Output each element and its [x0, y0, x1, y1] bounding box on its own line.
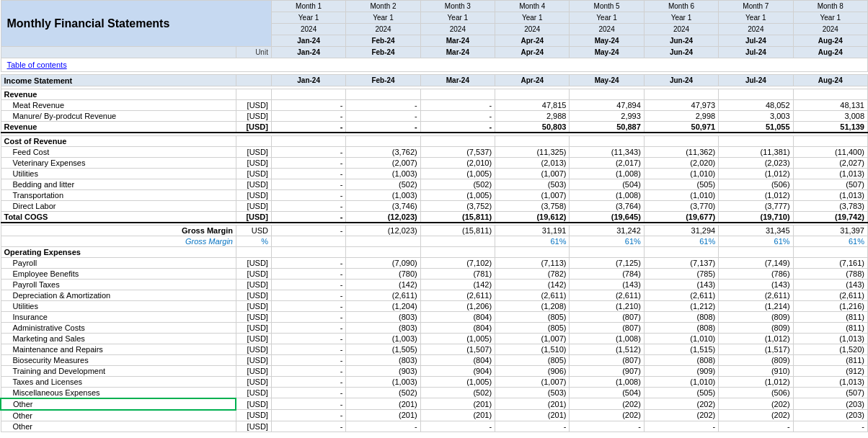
- opex-item-9: Biosecurity Measures [USD] - (803) (804)…: [1, 354, 868, 365]
- meat-revenue-unit: [USD]: [236, 100, 271, 111]
- opex-item-0: Payroll [USD] - (7,090) (7,102) (7,113) …: [1, 257, 868, 268]
- opex-item-4: Utilities [USD] - (1,204) (1,206) (1,208…: [1, 300, 868, 311]
- revenue-total-label: Revenue: [1, 122, 236, 133]
- cogs-item-1: Veterinary Expenses [USD] - (2,007) (2,0…: [1, 157, 868, 168]
- month-2-header: Month 2: [346, 1, 420, 12]
- opex-item-15: Other [USD] - - - - - - - -: [1, 421, 868, 432]
- month-8-header: Month 8: [793, 1, 867, 12]
- cogs-total-row: Total COGS [USD] - (12,023) (15,811) (19…: [1, 211, 868, 223]
- manure-revenue-label: Manure/ By-prodcut Revenue: [1, 111, 236, 122]
- meat-revenue-label: Meat Revenue: [1, 100, 236, 111]
- opex-item-5: Insurance [USD] - (803) (804) (805) (807…: [1, 311, 868, 322]
- opex-item-6: Administrative Costs [USD] - (803) (804)…: [1, 322, 868, 333]
- opex-section-label: Operating Expenses: [1, 246, 236, 257]
- opex-item-12: Miscellaneous Expenses [USD] - (502) (50…: [1, 387, 868, 398]
- month-1-year: Year 1: [271, 12, 345, 24]
- revenue-section-label: Revenue: [1, 89, 236, 100]
- revenue-item-0: Meat Revenue [USD] - - - 47,815 47,894 4…: [1, 100, 868, 111]
- opex-item-14: Other [USD] - (201) (201) (201) (202) (2…: [1, 410, 868, 421]
- month-6-header: Month 6: [644, 1, 718, 12]
- opex-item-3: Depreciation & Amortization [USD] - (2,6…: [1, 290, 868, 300]
- opex-item-8: Maintenance and Repairs [USD] - (1,505) …: [1, 344, 868, 354]
- gross-margin-pct-label: Gross Margin: [1, 236, 236, 246]
- month-7-header: Month 7: [719, 1, 793, 12]
- opex-item-13: Other [USD] - (201) (201) (201) (202) (2…: [1, 398, 868, 410]
- cogs-item-0: Feed Cost [USD] - (3,762) (7,537) (11,32…: [1, 146, 868, 157]
- opex-item-7: Marketing and Sales [USD] - (1,003) (1,0…: [1, 333, 868, 344]
- gross-margin-pct-unit: %: [236, 236, 271, 246]
- month-1-header: Month 1: [271, 1, 345, 12]
- opex-item-10: Training and Development [USD] - (903) (…: [1, 365, 868, 376]
- opex-item-1: Employee Benefits [USD] - (780) (781) (7…: [1, 268, 868, 279]
- report-title: Monthly Financial Statements: [1, 1, 271, 47]
- month-4-header: Month 4: [495, 1, 570, 12]
- month-5-header: Month 5: [570, 1, 644, 12]
- toc-link[interactable]: Table of contents: [7, 61, 67, 69]
- cogs-item-5: Direct Labor [USD] - (3,746) (3,752) (3,…: [1, 200, 868, 211]
- income-statement-label: Income Statement: [1, 75, 236, 86]
- gross-margin-label: Gross Margin: [1, 225, 236, 236]
- cogs-total-label: Total COGS: [1, 211, 236, 223]
- gross-margin-unit: USD: [236, 225, 271, 236]
- revenue-total-row: Revenue [USD] - - - 50,803 50,887 50,971…: [1, 122, 868, 133]
- opex-item-2: Payroll Taxes [USD] - (142) (142) (142) …: [1, 279, 868, 290]
- cogs-item-4: Transportation [USD] - (1,003) (1,005) (…: [1, 189, 868, 200]
- cogs-section-label: Cost of Revenue: [1, 135, 236, 146]
- gross-margin-value-row: Gross Margin USD - (12,023) (15,811) 31,…: [1, 225, 868, 236]
- spreadsheet-container: Monthly Financial Statements Month 1 Mon…: [0, 0, 868, 432]
- cogs-item-2: Utilities [USD] - (1,003) (1,005) (1,007…: [1, 168, 868, 179]
- gross-margin-pct-row: Gross Margin % 61% 61% 61% 61% 61%: [1, 236, 868, 246]
- unit-col-header: Unit: [236, 47, 271, 58]
- month-3-header: Month 3: [420, 1, 495, 12]
- opex-item-11: Taxes and Licenses [USD] - (1,003) (1,00…: [1, 376, 868, 387]
- cogs-item-3: Bedding and litter [USD] - (502) (502) (…: [1, 179, 868, 189]
- revenue-item-1: Manure/ By-prodcut Revenue [USD] - - - 2…: [1, 111, 868, 122]
